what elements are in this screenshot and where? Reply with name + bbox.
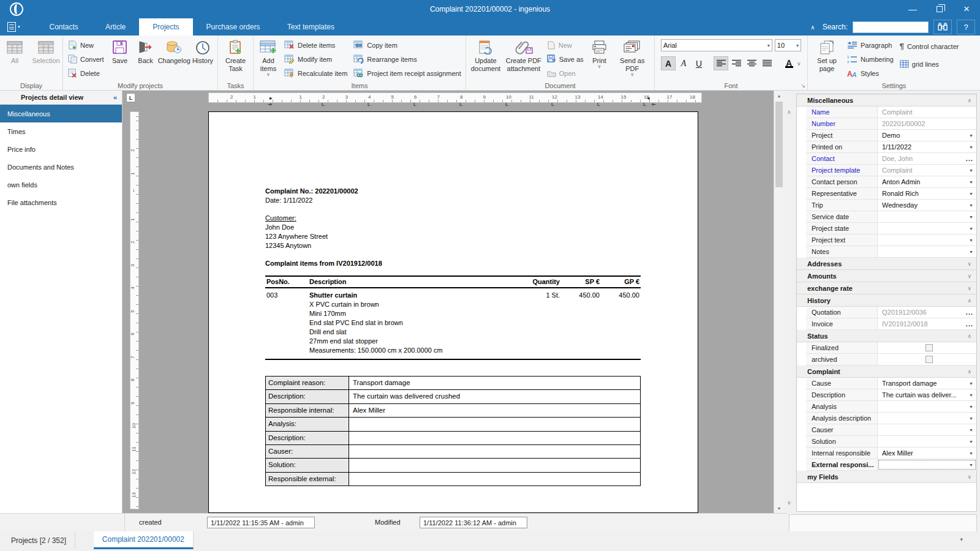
property-value-cell[interactable]: ▼: [878, 401, 976, 412]
history-button[interactable]: History: [190, 37, 215, 81]
back-button[interactable]: Back: [134, 37, 158, 81]
property-panel-scrollstrip[interactable]: ∧ ∨: [785, 91, 795, 513]
tab-stop-marker[interactable]: L: [459, 102, 462, 107]
numbering-button[interactable]: 12 Numbering: [845, 52, 896, 66]
section-header-history[interactable]: History∧: [797, 294, 976, 307]
tab-stop-marker[interactable]: L: [551, 102, 554, 107]
property-value-cell[interactable]: 1/11/2022▼: [878, 141, 976, 152]
dropdown-arrow-icon[interactable]: ▼: [966, 145, 976, 149]
control-character-button[interactable]: ¶ Control character: [897, 39, 962, 53]
italic-button[interactable]: A: [676, 56, 691, 70]
dropdown-arrow-icon[interactable]: ▼: [966, 451, 976, 455]
font-dialog-launcher[interactable]: ↘: [801, 83, 805, 89]
font-name-select[interactable]: Arial ▾: [661, 39, 772, 51]
help-button[interactable]: ?: [957, 20, 975, 34]
main-menu-button[interactable]: ▾: [0, 18, 29, 36]
sidebar-item-miscellaneous[interactable]: Miscellaneous: [0, 105, 122, 122]
property-value-cell[interactable]: ▼: [878, 459, 976, 470]
ellipsis-button[interactable]: ...: [963, 157, 976, 160]
save-button[interactable]: Save: [108, 37, 132, 81]
font-size-select[interactable]: 10 ▾: [775, 39, 801, 51]
print-button[interactable]: Print ∨: [587, 37, 612, 81]
scroll-down-icon[interactable]: ∨: [787, 500, 791, 506]
dropdown-arrow-icon[interactable]: ▼: [966, 215, 976, 219]
tab-stop-marker[interactable]: L: [597, 102, 600, 107]
align-left-button[interactable]: [714, 56, 728, 70]
expand-icon[interactable]: ∨: [967, 474, 971, 480]
restore-button[interactable]: [926, 0, 953, 18]
close-button[interactable]: ×: [953, 0, 980, 18]
rearrange-items-button[interactable]: Rearrange items: [351, 52, 463, 66]
scroll-down-icon[interactable]: ▼: [774, 503, 784, 513]
menu-tab-article[interactable]: Article: [92, 18, 139, 36]
tab-stop-marker[interactable]: L: [643, 102, 646, 107]
dropdown-arrow-icon[interactable]: ▼: [966, 416, 976, 421]
sidebar-item-times[interactable]: Times: [0, 122, 122, 140]
font-color-button[interactable]: A: [782, 56, 796, 70]
delete-items-button[interactable]: Delete items: [282, 38, 350, 52]
section-header-my-fields[interactable]: my Fields∨: [797, 471, 976, 483]
dropdown-arrow-icon[interactable]: ▼: [966, 393, 976, 397]
property-value-cell[interactable]: Anton Admin▼: [878, 176, 976, 187]
indent-marker-icon[interactable]: ⇥: [268, 102, 272, 107]
project-item-receipt-assignment-button[interactable]: Project item receipt assignment: [351, 66, 463, 80]
tab-stop-marker[interactable]: L: [368, 102, 371, 107]
add-items-button[interactable]: Add items ∨: [256, 37, 281, 81]
dropdown-arrow-icon[interactable]: ▼: [966, 440, 976, 444]
sidebar-item-documents-and-notes[interactable]: Documents and Notes: [0, 158, 122, 176]
property-value-cell[interactable]: [878, 342, 976, 353]
property-value-cell[interactable]: Demo▼: [878, 130, 976, 141]
created-value-field[interactable]: 1/11/2022 11:15:35 AM - admin: [207, 517, 315, 528]
create-pdf-attachment-button[interactable]: Create PDF attachment: [504, 37, 543, 81]
property-value-cell[interactable]: 202201/00002: [878, 118, 976, 129]
collapse-icon[interactable]: ∧: [967, 97, 971, 103]
collapse-icon[interactable]: ∧: [967, 298, 971, 304]
section-header-addresses[interactable]: Addresses∨: [797, 258, 976, 270]
collapse-icon[interactable]: ∧: [967, 333, 971, 339]
property-value-cell[interactable]: IV201912/0018...: [878, 318, 976, 329]
grid-lines-button[interactable]: grid lines: [897, 57, 962, 71]
property-value-cell[interactable]: ▼: [878, 246, 976, 257]
dropdown-arrow-icon[interactable]: ▼: [966, 168, 976, 173]
font-color-dropdown[interactable]: ∨: [797, 62, 801, 66]
styles-button[interactable]: AA Styles: [845, 66, 896, 80]
tab-stop-marker[interactable]: L: [322, 102, 325, 107]
indent-marker-icon[interactable]: ⇤: [652, 102, 656, 107]
property-value-cell[interactable]: Wednesday▼: [878, 200, 976, 211]
property-value-cell[interactable]: Complaint: [878, 107, 976, 118]
scrollbar-thumb[interactable]: [775, 102, 783, 187]
dropdown-arrow-icon[interactable]: ▼: [966, 238, 976, 242]
section-header-miscellaneous[interactable]: Miscellaneous∧: [797, 94, 976, 107]
paragraph-button[interactable]: Paragraph: [845, 38, 896, 52]
create-task-button[interactable]: Create Task: [221, 37, 251, 81]
dropdown-arrow-icon[interactable]: ▼: [966, 192, 976, 196]
dropdown-arrow-icon[interactable]: ▼: [966, 428, 976, 432]
sidebar-item-file-attachments[interactable]: File attachments: [0, 193, 122, 211]
checkbox[interactable]: [925, 344, 933, 351]
sidebar-item-own-fields[interactable]: own fields: [0, 176, 122, 193]
modified-value-field[interactable]: 1/11/2022 11:36:12 AM - admin: [420, 517, 527, 528]
set-up-page-button[interactable]: Set up page: [810, 37, 843, 81]
ellipsis-button[interactable]: ...: [963, 322, 976, 326]
property-value-cell[interactable]: Ronald Rich▼: [878, 188, 976, 199]
section-header-amounts[interactable]: Amounts∨: [797, 270, 976, 282]
tab-stop-marker[interactable]: L: [505, 102, 508, 107]
justify-button[interactable]: [760, 56, 774, 70]
property-value-cell[interactable]: The curtain was deliver...▼: [878, 389, 976, 400]
margin-marker-icon[interactable]: ▸: [270, 95, 273, 101]
margin-marker-icon[interactable]: ↓: [132, 187, 135, 193]
dropdown-arrow-icon[interactable]: ▼: [966, 133, 976, 138]
minimize-button[interactable]: —: [899, 0, 926, 18]
align-center-button[interactable]: [744, 56, 759, 70]
search-button[interactable]: [933, 20, 952, 34]
property-value-cell[interactable]: Doe, John...: [878, 153, 976, 164]
align-right-button[interactable]: [729, 56, 744, 70]
dropdown-arrow-icon[interactable]: ▼: [966, 381, 976, 386]
changelog-button[interactable]: Changelog: [159, 37, 189, 81]
collapse-icon[interactable]: ∧: [967, 369, 971, 375]
dropdown-arrow-icon[interactable]: ▼: [966, 250, 976, 254]
modify-item-button[interactable]: Modify item: [282, 52, 350, 66]
document-save-as-button[interactable]: Save as: [545, 52, 586, 66]
checkbox[interactable]: [925, 356, 933, 363]
delete-project-button[interactable]: Delete: [66, 66, 107, 80]
